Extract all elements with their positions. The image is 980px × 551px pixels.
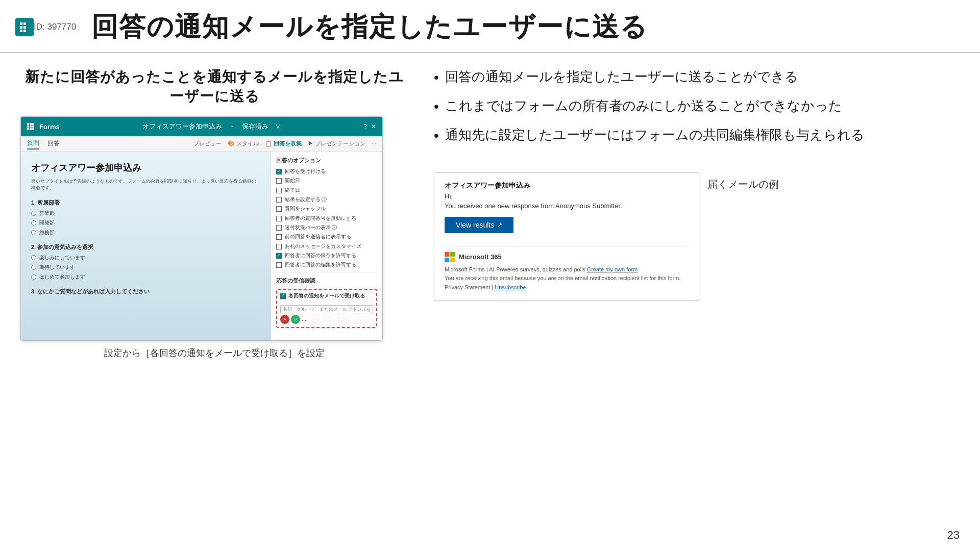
checkbox-icon[interactable] bbox=[276, 178, 282, 184]
ms365-sq-blue bbox=[445, 258, 449, 262]
more-dots: … bbox=[302, 316, 307, 322]
forms-body: オフィスアワー参加申込み 良いサブタイトルは予告編のようなものです。フォームの内… bbox=[21, 152, 382, 341]
page-title: 回答の通知メールを指定したユーザーに送る bbox=[91, 9, 648, 45]
email-card-form-title: オフィスアワー参加申込み bbox=[445, 181, 689, 190]
question-2-section: 2. 参加の意気込みを選択 楽しみにしています 期待しています はじめて参加しま… bbox=[31, 243, 260, 281]
setting-item-11: 回答者に回答の編集を許可する bbox=[276, 262, 377, 268]
setting-item-9: お礼のメッセージをカスタマイズ bbox=[276, 243, 377, 249]
svg-rect-3 bbox=[23, 26, 26, 29]
svg-rect-1 bbox=[23, 22, 26, 25]
email-notif-label: 各回答の通知をメールで受け取る bbox=[288, 293, 365, 299]
checkbox-icon[interactable] bbox=[276, 169, 282, 174]
checkbox-icon[interactable] bbox=[276, 253, 282, 259]
header-id: ID: 397770 bbox=[34, 22, 76, 32]
email-notification-section: 各回答の通知をメールで受け取る A B … bbox=[276, 289, 377, 328]
svg-rect-0 bbox=[20, 22, 22, 25]
radio-icon bbox=[31, 265, 36, 270]
more-btn[interactable]: ··· bbox=[372, 140, 376, 147]
email-example-wrapper: オフィスアワー参加申込み Hi, You received one new re… bbox=[434, 172, 960, 301]
bullet-text-3: 通知先に設定したユーザーにはフォームの共同編集権限も与えられる bbox=[445, 126, 865, 145]
present-btn[interactable]: ▶ プレゼンテーション bbox=[308, 140, 365, 147]
form-preview-desc: 良いサブタイトルは予告編のようなものです。フォームの内容を閲覧者に知らせ、より良… bbox=[31, 178, 260, 191]
ms365-sq-green bbox=[450, 252, 455, 257]
style-btn[interactable]: 🎨 スタイル bbox=[228, 140, 259, 147]
checkbox-icon[interactable] bbox=[276, 234, 282, 240]
radio-icon bbox=[31, 274, 36, 280]
q1-option-1: 営業部 bbox=[31, 210, 260, 217]
forms-logo-icon bbox=[15, 18, 34, 36]
checkbox-icon[interactable] bbox=[276, 188, 282, 193]
form-preview-title: オフィスアワー参加申込み bbox=[31, 162, 260, 174]
setting-item-2: 開始日 bbox=[276, 178, 377, 184]
radio-icon bbox=[31, 211, 36, 216]
topbar-dots bbox=[27, 123, 34, 130]
email-divider bbox=[445, 246, 689, 247]
bullet-dot-2: • bbox=[434, 96, 439, 116]
footer-link1[interactable]: Create my own form bbox=[587, 266, 638, 272]
checkbox-icon[interactable] bbox=[276, 225, 282, 231]
q2-option-3: はじめて参加します bbox=[31, 273, 260, 281]
q2-option-1: 楽しみにしています bbox=[31, 254, 260, 261]
settings-title-1: 回答のオプション bbox=[276, 157, 377, 164]
email-card: オフィスアワー参加申込み Hi, You received one new re… bbox=[434, 172, 699, 301]
view-results-button[interactable]: View results ↗ bbox=[445, 217, 513, 233]
forms-topbar: Forms オフィスアワー参加申込み ・ 保存済み ∨ ? ✕ bbox=[21, 117, 382, 136]
preview-btn[interactable]: プレビュー bbox=[193, 140, 222, 147]
bullet-text-1: 回答の通知メールを指定したユーザーに送ることができる bbox=[445, 67, 798, 87]
svg-rect-5 bbox=[23, 30, 26, 32]
email-footer-text: Microsoft Forms | AI-Powered surveys, qu… bbox=[445, 265, 689, 292]
checkbox-icon[interactable] bbox=[276, 244, 282, 249]
email-avatars-row: A B … bbox=[280, 315, 373, 324]
forms-actions-right: プレビュー 🎨 スタイル 📋 回答を収集 ▶ プレゼンテーション ··· bbox=[193, 140, 376, 147]
setting-item-3: 終了日 bbox=[276, 187, 377, 193]
avatar-1: A bbox=[280, 315, 289, 324]
header: ID: 397770 回答の通知メールを指定したユーザーに送る bbox=[0, 0, 980, 53]
right-column: • 回答の通知メールを指定したユーザーに送ることができる • これまではフォーム… bbox=[408, 67, 960, 551]
tab-question[interactable]: 質問 bbox=[27, 138, 39, 149]
question-3-section: 3. なにかご質問などがあれば入力してください bbox=[31, 288, 260, 295]
bullet-item-2: • これまではフォームの所有者のみにしか送ることができなかった bbox=[434, 96, 960, 116]
ms365-label: Microsoft 365 bbox=[459, 253, 502, 261]
q2-option-2: 期待しています bbox=[31, 264, 260, 271]
q1-option-2: 開発部 bbox=[31, 219, 260, 227]
topbar-title: オフィスアワー参加申込み ・ 保存済み ∨ bbox=[65, 122, 359, 131]
email-card-greeting: Hi, bbox=[445, 192, 689, 200]
checkbox-icon[interactable] bbox=[276, 206, 282, 212]
page-number: 23 bbox=[947, 529, 960, 542]
bullet-dot-1: • bbox=[434, 67, 439, 87]
ms365-logo-row: Microsoft 365 bbox=[445, 252, 689, 262]
setting-item-7: 送付状況バーの表示 ⓘ bbox=[276, 224, 377, 231]
avatar-2: B bbox=[291, 315, 300, 324]
email-address-input[interactable] bbox=[280, 305, 373, 313]
subtitle: 新たに回答があったことを通知するメールを指定したユーザーに送る bbox=[20, 67, 408, 106]
setting-item-1: 回答を受け付ける bbox=[276, 168, 377, 174]
checkbox-icon[interactable] bbox=[276, 262, 282, 268]
forms-screenshot-mockup: Forms オフィスアワー参加申込み ・ 保存済み ∨ ? ✕ 質問 回答 プレ… bbox=[20, 116, 383, 341]
forms-tabs-bar: 質問 回答 プレビュー 🎨 スタイル 📋 回答を収集 ▶ プレゼンテーション ·… bbox=[21, 136, 382, 152]
q1-option-3: 総務部 bbox=[31, 229, 260, 236]
checkbox-icon[interactable] bbox=[276, 216, 282, 221]
footer-line3: Privacy Statement | bbox=[445, 284, 493, 290]
collect-btn[interactable]: 📋 回答を収集 bbox=[265, 140, 302, 147]
ms365-icon bbox=[445, 252, 455, 262]
q1-title: 1. 所属部署 bbox=[31, 199, 260, 207]
email-card-body: You received one new response from Anony… bbox=[445, 202, 689, 210]
ms365-sq-red bbox=[445, 252, 449, 257]
q2-title: 2. 参加の意気込みを選択 bbox=[31, 243, 260, 251]
settings-title-2: 応答の受信確認 bbox=[276, 277, 377, 285]
q3-title: 3. なにかご質問などがあれば入力してください bbox=[31, 288, 260, 295]
bullet-list: • 回答の通知メールを指定したユーザーに送ることができる • これまではフォーム… bbox=[434, 67, 960, 155]
ms365-sq-yellow bbox=[450, 258, 455, 262]
setting-item-4: 結果を設定する ⓘ bbox=[276, 196, 377, 203]
email-notif-checkbox[interactable] bbox=[280, 293, 286, 299]
view-results-label: View results bbox=[456, 221, 494, 229]
email-example-label: 届くメールの例 bbox=[707, 178, 779, 191]
external-link-icon: ↗ bbox=[497, 221, 502, 229]
checkbox-icon[interactable] bbox=[276, 197, 282, 203]
tab-answer[interactable]: 回答 bbox=[47, 138, 60, 149]
radio-icon bbox=[31, 255, 36, 260]
footer-link2[interactable]: Unsubscribe bbox=[495, 284, 526, 290]
close-icon: ✕ bbox=[371, 123, 376, 130]
help-icon: ? bbox=[363, 123, 367, 130]
left-column: 新たに回答があったことを通知するメールを指定したユーザーに送る Forms オフ… bbox=[20, 67, 408, 551]
